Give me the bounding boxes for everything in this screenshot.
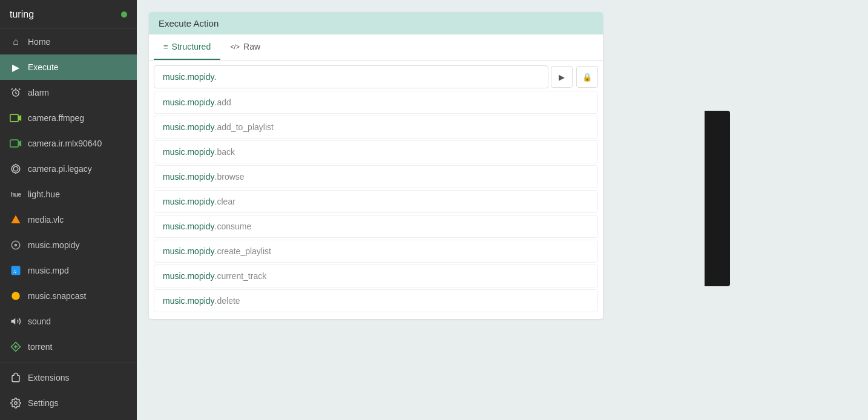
action-prefix: music.mopidy	[163, 271, 215, 281]
list-item[interactable]: music.mopidy.clear	[154, 190, 598, 213]
sidebar-item-music-mopidy[interactable]: music.mopidy	[0, 232, 137, 258]
sidebar-item-label: media.vlc	[28, 215, 64, 225]
sidebar: turing ⌂ Home ▶ Execute alarm	[0, 0, 137, 420]
home-icon: ⌂	[10, 36, 22, 48]
action-prefix: music.mopidy	[163, 122, 215, 132]
sidebar-item-settings[interactable]: Settings	[0, 390, 137, 416]
list-icon: ≡	[163, 42, 168, 51]
svg-point-5	[13, 166, 18, 171]
sidebar-item-camera-pi[interactable]: camera.pi.legacy	[0, 156, 137, 182]
play-icon: ▶	[559, 73, 565, 82]
action-prefix: music.mopidy	[163, 246, 215, 256]
sidebar-nav: ⌂ Home ▶ Execute alarm	[0, 29, 137, 420]
sidebar-item-torrent[interactable]: torrent	[0, 334, 137, 359]
sidebar-item-music-snapcast[interactable]: music.snapcast	[0, 283, 137, 309]
action-input-row: ▶ 🔒	[154, 65, 598, 88]
music-mopidy-icon	[10, 239, 22, 251]
execute-panel-title: Execute Action	[159, 18, 219, 28]
sidebar-divider	[0, 362, 137, 363]
svg-rect-1	[10, 114, 18, 122]
sidebar-item-label: camera.ffmpeg	[28, 113, 84, 123]
execute-tabs: ≡ Structured </> Raw	[149, 34, 603, 61]
sidebar-item-label: light.hue	[28, 189, 60, 199]
action-prefix: music.mopidy	[163, 172, 215, 182]
sidebar-item-label: music.snapcast	[28, 291, 86, 301]
media-vlc-icon	[10, 214, 22, 226]
action-prefix: music.mopidy	[163, 147, 215, 157]
run-button[interactable]: ▶	[551, 66, 573, 88]
list-item[interactable]: music.mopidy.add_to_playlist	[154, 116, 598, 139]
svg-marker-9	[12, 215, 21, 224]
status-indicator	[121, 11, 127, 18]
action-list: ▶ 🔒 music.mopidy.add music.mopidy.add_to…	[149, 61, 603, 319]
sidebar-item-label: alarm	[28, 88, 49, 97]
svg-point-19	[15, 402, 18, 405]
sidebar-item-execute[interactable]: ▶ Execute	[0, 54, 137, 80]
dark-output-panel	[705, 111, 730, 286]
execute-icon: ▶	[10, 61, 22, 73]
execute-panel-header: Execute Action	[149, 12, 603, 34]
code-icon: </>	[230, 43, 240, 50]
sidebar-item-label: Home	[28, 37, 50, 47]
sidebar-item-label: Execute	[28, 62, 59, 72]
action-prefix: music.mopidy	[163, 197, 215, 206]
sidebar-item-extensions[interactable]: Extensions	[0, 365, 137, 390]
sidebar-item-logout[interactable]: Logout	[0, 416, 137, 420]
tab-structured-label: Structured	[172, 42, 211, 51]
execute-panel: Execute Action ≡ Structured </> Raw ▶	[149, 12, 603, 319]
sidebar-item-camera-ffmpeg[interactable]: camera.ffmpeg	[0, 105, 137, 131]
sound-icon	[10, 315, 22, 327]
extensions-icon	[10, 372, 22, 384]
camera-pi-icon	[10, 163, 22, 175]
tab-structured[interactable]: ≡ Structured	[154, 34, 220, 60]
list-item[interactable]: music.mopidy.browse	[154, 165, 598, 188]
svg-marker-15	[12, 318, 16, 325]
tab-raw-label: Raw	[243, 42, 260, 51]
lock-button[interactable]: 🔒	[576, 66, 598, 88]
sidebar-title: turing	[10, 9, 34, 20]
camera-ffmpeg-icon	[10, 112, 22, 124]
svg-rect-3	[10, 140, 18, 147]
action-suffix: .add	[215, 97, 231, 107]
svg-point-11	[15, 244, 18, 247]
list-item[interactable]: music.mopidy.current_track	[154, 264, 598, 287]
action-suffix: .back	[215, 147, 235, 157]
action-suffix: .current_track	[215, 271, 267, 281]
sidebar-item-media-vlc[interactable]: media.vlc	[0, 207, 137, 232]
sidebar-item-label: sound	[28, 317, 51, 326]
action-prefix: music.mopidy	[163, 221, 215, 231]
action-suffix: .browse	[215, 172, 245, 182]
tab-raw[interactable]: </> Raw	[220, 34, 270, 60]
light-hue-icon: hue	[10, 188, 22, 200]
sidebar-item-label: music.mopidy	[28, 240, 80, 250]
action-input[interactable]	[154, 65, 548, 88]
svg-text:♫: ♫	[13, 268, 17, 274]
music-snapcast-icon	[10, 290, 22, 302]
sidebar-item-light-hue[interactable]: hue light.hue	[0, 182, 137, 207]
sidebar-header: turing	[0, 0, 137, 29]
svg-point-6	[12, 165, 20, 173]
sidebar-item-sound[interactable]: sound	[0, 309, 137, 334]
torrent-icon	[10, 341, 22, 353]
sidebar-item-alarm[interactable]: alarm	[0, 80, 137, 105]
sidebar-item-music-mpd[interactable]: ♫ music.mpd	[0, 258, 137, 283]
list-item[interactable]: music.mopidy.add	[154, 91, 598, 114]
list-item[interactable]: music.mopidy.consume	[154, 215, 598, 238]
settings-icon	[10, 397, 22, 409]
list-item[interactable]: music.mopidy.delete	[154, 289, 598, 312]
alarm-icon	[10, 87, 22, 99]
list-item[interactable]: music.mopidy.back	[154, 140, 598, 163]
camera-ir-icon	[10, 137, 22, 149]
sidebar-item-label: music.mpd	[28, 266, 69, 275]
lock-icon: 🔒	[582, 73, 592, 82]
action-suffix: .add_to_playlist	[215, 122, 274, 132]
music-mpd-icon: ♫	[10, 264, 22, 277]
main-content: Execute Action ≡ Structured </> Raw ▶	[137, 0, 868, 420]
sidebar-item-label: torrent	[28, 342, 52, 352]
action-suffix: .consume	[215, 221, 252, 231]
action-suffix: .create_playlist	[215, 246, 271, 256]
sidebar-item-camera-ir[interactable]: camera.ir.mlx90640	[0, 131, 137, 156]
sidebar-item-label: Settings	[28, 398, 59, 408]
sidebar-item-home[interactable]: ⌂ Home	[0, 29, 137, 54]
list-item[interactable]: music.mopidy.create_playlist	[154, 240, 598, 263]
